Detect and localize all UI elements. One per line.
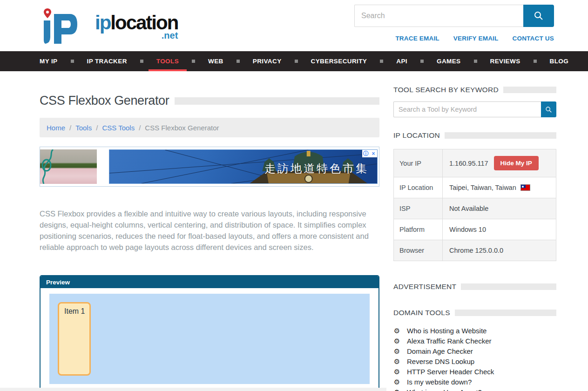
breadcrumb-current: CSS Flexbox Generator <box>145 124 219 132</box>
header-right: TRACE EMAIL VERIFY EMAIL CONTACT US <box>354 0 554 51</box>
contact-us-link[interactable]: CONTACT US <box>513 35 554 42</box>
sidebar: TOOL SEARCH BY KEYWORD IP LOCATION Yo <box>393 71 556 391</box>
domain-tool-link[interactable]: Who is Hosting a Website <box>407 327 487 335</box>
list-item[interactable]: ⚙ Is my website down? <box>393 377 556 387</box>
heading-decoration-bar <box>503 87 556 93</box>
nav-divider <box>474 60 477 63</box>
nav-divider <box>237 60 240 63</box>
gear-icon: ⚙ <box>393 378 400 385</box>
row-label: Your IP <box>394 149 443 177</box>
ip-location-value: Taipei, Taiwan, Taiwan <box>449 184 516 191</box>
ad-overlay-text: 走訪地道特色市集 <box>264 161 369 176</box>
preview-panel: Preview Item 1 <box>40 275 379 391</box>
ad-close-icon[interactable]: × <box>370 150 377 157</box>
title-decoration-bar <box>175 97 379 105</box>
domain-tool-link[interactable]: Reverse DNS Lookup <box>407 357 474 365</box>
ad-left-image <box>40 149 97 184</box>
nav-item-games[interactable]: GAMES <box>429 51 469 71</box>
platform-value: Windows 10 <box>443 219 556 240</box>
breadcrumb-separator: / <box>96 124 98 132</box>
nav-item-ip-tracker[interactable]: IP TRACKER <box>79 51 135 71</box>
ip-location-table: Your IP 1.160.95.117 Hide My IP IP Locat… <box>393 149 556 261</box>
heading-decoration-bar <box>445 132 556 139</box>
domain-tool-link[interactable]: Is my website down? <box>407 378 472 386</box>
row-label: ISP <box>394 198 443 219</box>
site-search-button[interactable] <box>523 5 554 27</box>
adchoices-info-icon[interactable]: ⓘ <box>362 150 370 157</box>
nav-divider <box>192 60 195 63</box>
table-row: Platform Windows 10 <box>394 219 556 240</box>
list-item[interactable]: ⚙ What is my User Agent? <box>393 387 556 391</box>
breadcrumb-tools-link[interactable]: Tools <box>75 124 92 132</box>
logo-mark-icon <box>36 5 92 47</box>
nav-divider <box>420 60 424 63</box>
breadcrumb-home-link[interactable]: Home <box>47 124 65 132</box>
domain-tool-link[interactable]: What is my User Agent? <box>407 388 482 391</box>
ip-location-heading: IP LOCATION <box>393 131 440 140</box>
page: iplocation .net TRACE EMAIL VERIFY EMAIL… <box>0 0 588 391</box>
main-nav: MY IP IP TRACKER TOOLS WEB PRIVACY CYBER… <box>0 51 588 71</box>
table-row: ISP Not Available <box>394 198 556 219</box>
trace-email-link[interactable]: TRACE EMAIL <box>395 35 439 42</box>
hide-my-ip-button[interactable]: Hide My IP <box>494 156 539 170</box>
site-header: iplocation .net TRACE EMAIL VERIFY EMAIL… <box>0 0 588 51</box>
nav-item-privacy[interactable]: PRIVACY <box>245 51 290 71</box>
logo-wordmark: iplocation .net <box>95 13 178 40</box>
list-item[interactable]: ⚙ Reverse DNS Lookup <box>393 356 556 366</box>
nav-item-tools[interactable]: TOOLS <box>149 51 187 71</box>
nav-divider <box>534 60 537 63</box>
flexbox-preview-container: Item 1 <box>49 294 370 384</box>
domain-tool-link[interactable]: Domain Age Checker <box>407 347 473 355</box>
tool-search <box>393 101 556 117</box>
list-item[interactable]: ⚙ Alexa Traffic Rank Checker <box>393 336 556 346</box>
site-search-input[interactable] <box>354 5 523 27</box>
nav-item-api[interactable]: API <box>388 51 415 71</box>
list-item[interactable]: ⚙ Who is Hosting a Website <box>393 325 556 336</box>
nav-divider <box>140 60 143 63</box>
ad-main-image: 走訪地道特色市集 ⓘ × <box>109 149 378 184</box>
heading-decoration-bar <box>461 283 556 290</box>
breadcrumb-css-tools-link[interactable]: CSS Tools <box>102 124 135 132</box>
verify-email-link[interactable]: VERIFY EMAIL <box>453 35 499 42</box>
footer-strip <box>0 388 386 391</box>
domain-tools-list: ⚙ Who is Hosting a Website ⚙ Alexa Traff… <box>393 325 556 391</box>
list-item[interactable]: ⚙ HTTP Server Header Check <box>393 366 556 377</box>
gear-icon: ⚙ <box>393 348 400 355</box>
content: CSS Flexbox Generator Home / Tools / CSS… <box>0 71 588 391</box>
ad-banner[interactable]: 走訪地道特色市集 ⓘ × <box>40 147 379 187</box>
row-label: IP Location <box>394 177 443 198</box>
nav-item-reviews[interactable]: REVIEWS <box>482 51 528 71</box>
header-links: TRACE EMAIL VERIFY EMAIL CONTACT US <box>395 35 554 42</box>
tool-search-input[interactable] <box>393 101 541 117</box>
breadcrumb-separator: / <box>139 124 141 132</box>
preview-panel-body: Item 1 <box>41 288 378 390</box>
breadcrumb: Home / Tools / CSS Tools / CSS Flexbox G… <box>40 118 379 137</box>
table-row: IP Location Taipei, Taiwan, Taiwan <box>394 177 556 198</box>
heading-decoration-bar <box>455 310 556 316</box>
row-label: Platform <box>394 219 443 240</box>
table-row: Your IP 1.160.95.117 Hide My IP <box>394 149 556 177</box>
ad-gap <box>97 147 109 186</box>
site-search <box>354 5 554 27</box>
gear-icon: ⚙ <box>393 389 400 391</box>
table-row: Browser Chrome 125.0.0.0 <box>394 240 556 261</box>
nav-divider <box>71 60 74 63</box>
tool-search-heading: TOOL SEARCH BY KEYWORD <box>393 86 499 94</box>
nav-item-blog[interactable]: BLOG <box>542 51 577 71</box>
nav-item-cybersecurity[interactable]: CYBERSECURITY <box>303 51 375 71</box>
nav-divider <box>295 60 298 63</box>
flexbox-preview-item-1: Item 1 <box>58 302 91 376</box>
logo-ip-text: ip <box>95 12 110 34</box>
domain-tool-link[interactable]: Alexa Traffic Rank Checker <box>407 337 491 345</box>
tool-search-button[interactable] <box>541 101 556 117</box>
search-icon <box>545 106 552 113</box>
gear-icon: ⚙ <box>393 358 400 365</box>
isp-value: Not Available <box>443 198 556 219</box>
site-logo[interactable]: iplocation .net <box>36 5 178 51</box>
nav-item-my-ip[interactable]: MY IP <box>40 51 66 71</box>
tool-description: CSS Flexbox provides a flexible and intu… <box>40 208 375 253</box>
nav-item-web[interactable]: WEB <box>200 51 231 71</box>
search-icon <box>534 11 544 21</box>
domain-tool-link[interactable]: HTTP Server Header Check <box>407 368 494 376</box>
list-item[interactable]: ⚙ Domain Age Checker <box>393 346 556 356</box>
